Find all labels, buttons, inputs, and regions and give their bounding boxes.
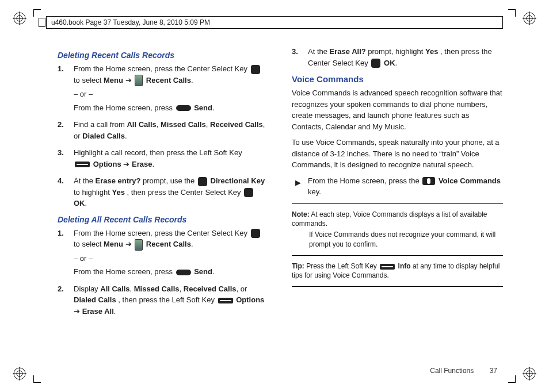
bold: Erase All?	[330, 47, 366, 56]
note-block: Note: At each step, Voice Commands displ…	[292, 210, 503, 249]
crop-mark-icon	[508, 9, 516, 17]
left-soft-key-icon	[380, 264, 395, 270]
bullet-step: ▶ From the Home screen, press the Voice …	[308, 175, 503, 198]
center-select-key-icon	[371, 59, 380, 68]
right-column: 3. At the Erase All? prompt, highlight Y…	[292, 46, 503, 358]
step-number: 1.	[58, 228, 64, 239]
text: Display	[74, 285, 100, 293]
step-number: 3.	[58, 147, 64, 159]
text: At the	[74, 176, 96, 185]
crop-mark-icon	[508, 375, 516, 383]
step: 3. At the Erase All? prompt, highlight Y…	[308, 46, 503, 68]
center-select-key-icon	[244, 188, 253, 197]
bold: Erase	[132, 160, 152, 168]
tip-label: Tip:	[292, 262, 304, 270]
step: 3. Highlight a call record, then press t…	[74, 147, 269, 170]
note-text: At each step, Voice Commands displays a …	[292, 210, 487, 228]
bold: Missed Calls	[161, 120, 206, 129]
divider	[292, 255, 503, 256]
text: prompt, highlight	[368, 47, 425, 56]
text: prompt, use the	[143, 176, 197, 185]
bold: All Calls	[127, 120, 156, 129]
bold: Recent Calls	[146, 240, 191, 248]
divider	[292, 286, 503, 287]
bold: Options	[236, 295, 264, 304]
bold: Erase All	[82, 307, 114, 316]
text: , then press the Center Select Key	[127, 188, 243, 197]
voice-commands-key-icon	[422, 177, 435, 185]
step-number: 2.	[58, 119, 64, 130]
text: From the Home screen, press the Center S…	[74, 229, 250, 237]
bold: OK	[384, 59, 395, 67]
text: to select	[74, 76, 104, 84]
footer-section: Call Functions	[430, 367, 474, 375]
paragraph: To use Voice Commands, speak naturally i…	[292, 137, 503, 171]
step: 1. From the Home screen, press the Cente…	[74, 63, 269, 113]
text: to select	[74, 240, 104, 248]
tip-text: Press the Left Soft Key	[306, 262, 379, 270]
step: 1. From the Home screen, press the Cente…	[74, 228, 269, 278]
note-label: Note:	[292, 210, 310, 218]
or-separator: – or –	[74, 253, 269, 264]
bold: All Calls	[100, 285, 129, 293]
text: Find a call from	[74, 120, 127, 129]
bold: Recent Calls	[146, 76, 191, 84]
bold: Received Calls	[210, 120, 263, 129]
directional-key-icon	[198, 177, 207, 186]
text: , then press the Left Soft Key	[118, 295, 216, 304]
paragraph: Voice Commands is advanced speech recogn…	[292, 87, 503, 132]
step: 4. At the Erase entry? prompt, use the D…	[74, 175, 269, 209]
arrow-bullet-icon: ▶	[295, 177, 301, 189]
send-key-icon	[176, 105, 191, 111]
text: From the Home screen, press	[74, 103, 175, 112]
bold: Voice Commands	[439, 176, 501, 185]
crop-mark-icon	[33, 9, 41, 17]
left-soft-key-icon	[218, 298, 233, 303]
step-number: 1.	[58, 63, 64, 75]
recent-calls-icon	[135, 75, 143, 86]
bold: Dialed Calls	[74, 295, 116, 304]
text: .	[212, 103, 215, 112]
text: key.	[308, 187, 321, 196]
page-header: u460.book Page 37 Tuesday, June 8, 2010 …	[46, 16, 503, 29]
bold: Yes	[425, 47, 438, 56]
reg-mark-icon	[13, 11, 26, 25]
text: From the Home screen, press the	[308, 176, 421, 185]
reg-mark-icon	[13, 367, 26, 381]
bold: Dialed Calls	[82, 132, 125, 140]
text: Highlight a call record, then press the …	[74, 148, 242, 157]
page-footer: Call Functions 37	[430, 367, 497, 375]
bold: Received Calls	[184, 285, 237, 293]
text: to highlight	[74, 188, 112, 197]
subheading: Deleting All Recent Calls Records	[58, 215, 269, 224]
step-number: 2.	[58, 283, 64, 295]
page-body: Deleting Recent Calls Records 1. From th…	[58, 46, 503, 358]
center-select-key-icon	[251, 229, 260, 238]
reg-mark-icon	[523, 11, 536, 25]
step: 2. Display All Calls, Missed Calls, Rece…	[74, 283, 269, 317]
step-number: 3.	[292, 46, 298, 57]
text: ➔	[125, 76, 134, 84]
bold: Erase entry?	[96, 176, 141, 185]
subheading: Deleting Recent Calls Records	[58, 51, 269, 60]
section-heading: Voice Commands	[292, 74, 503, 84]
bold: Options	[93, 160, 121, 168]
left-soft-key-icon	[75, 162, 90, 167]
note-text: If Voice Commands does not recognize you…	[309, 230, 503, 249]
recent-calls-icon	[135, 239, 143, 251]
tip-block: Tip: Press the Left Soft Key Info at any…	[292, 262, 503, 281]
or-separator: – or –	[74, 89, 269, 100]
bold: Yes	[112, 188, 125, 197]
bold: Missed Calls	[134, 285, 180, 293]
center-select-key-icon	[251, 65, 260, 74]
crop-mark-icon	[33, 375, 41, 383]
bold: Directional Key	[211, 176, 265, 185]
divider	[292, 203, 503, 204]
header-text: u460.book Page 37 Tuesday, June 8, 2010 …	[51, 18, 210, 26]
send-key-icon	[176, 270, 191, 275]
text: From the Home screen, press	[74, 267, 175, 276]
step-number: 4.	[58, 175, 64, 187]
left-column: Deleting Recent Calls Records 1. From th…	[58, 46, 269, 358]
reg-mark-icon	[523, 367, 536, 381]
bold: Menu	[104, 76, 123, 84]
